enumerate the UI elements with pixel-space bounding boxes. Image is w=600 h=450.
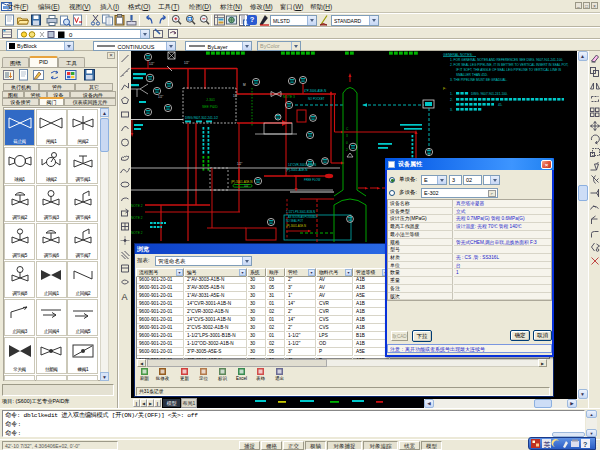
svg-text:0: 0 <box>69 32 73 38</box>
svg-text:NO POCKET: NO POCKET <box>308 97 325 101</box>
svg-text:(P)-3001-A5E-N: (P)-3001-A5E-N <box>231 180 253 184</box>
svg-text:DWG. 9607-901-241-100.: DWG. 9607-901-241-100. <box>471 92 508 96</box>
svg-text:1.: 1. <box>450 92 453 96</box>
svg-text:C: C <box>346 127 349 131</box>
svg-text:DWG.9607-302-241-1/2: DWG.9607-302-241-1/2 <box>185 116 218 120</box>
svg-text:3.: 3. <box>450 108 453 112</box>
svg-text:英: 英 <box>544 441 551 449</box>
svg-text:1/2": 1/2" <box>184 61 189 65</box>
svg-text:1/2": 1/2" <box>237 162 242 166</box>
svg-text:1/2": 1/2" <box>149 62 154 66</box>
svg-text:1/2": 1/2" <box>158 95 163 99</box>
svg-text:IF IT SOFT, THE ANGLE OF SEAL: IF IT SOFT, THE ANGLE OF SEAL LEG PIPELI… <box>456 68 561 72</box>
svg-text:(P)-3001-A5E-N: (P)-3001-A5E-N <box>286 168 308 172</box>
svg-text:GENERAL NOTES:: GENERAL NOTES: <box>443 53 473 57</box>
svg-text:M: M <box>243 83 246 87</box>
svg-text:A: A <box>122 292 128 302</box>
svg-text:SMALLER THAN 45D.: SMALLER THAN 45D. <box>456 73 488 77</box>
svg-text:2. FOR SEAL LEG PIPELINE, IT I: 2. FOR SEAL LEG PIPELINE, IT IS BETTER T… <box>450 63 569 67</box>
svg-text:1-1/2"LPS-3001-B1B-N: 1-1/2"LPS-3001-B1B-N <box>286 210 315 214</box>
svg-text:FREE FLOW: FREE FLOW <box>304 178 321 182</box>
svg-text:SEE P&ID: SEE P&ID <box>202 105 218 109</box>
svg-text:1. FOR GENERAL NOTES AND REFER: 1. FOR GENERAL NOTES AND REFERENCES SEE … <box>450 58 563 62</box>
svg-text:NOTE 2: NOTE 2 <box>131 204 143 208</box>
svg-text:(P)-3001-A5E-N: (P)-3001-A5E-N <box>286 224 306 228</box>
svg-text:?: ? <box>583 441 587 448</box>
svg-text:J-301: J-301 <box>206 98 215 102</box>
svg-text:4"P-3006-A5E-N: 4"P-3006-A5E-N <box>304 89 326 93</box>
svg-text:3: 3 <box>346 134 348 138</box>
svg-text:NOTE 2: NOTE 2 <box>131 216 143 220</box>
svg-text:0: 0 <box>346 141 348 145</box>
svg-text:NOTE 3: NOTE 3 <box>283 95 295 99</box>
svg-text:NO SEAL POT: NO SEAL POT <box>286 219 304 223</box>
svg-text:F:: F: <box>443 87 446 91</box>
svg-text:2.: 2. <box>450 98 453 102</box>
svg-text:NOTE 2: NOTE 2 <box>131 231 143 235</box>
svg-text:14"CVR-3001-A1B-N: 14"CVR-3001-A1B-N <box>288 163 316 167</box>
svg-text:45.: 45. <box>498 103 503 107</box>
svg-text:2: 2 <box>346 148 348 152</box>
svg-text:AS SOON AS POSSIBLE: AS SOON AS POSSIBLE <box>288 215 318 219</box>
svg-text:3. THE PIPELINE MUST BE GRADUA: 3. THE PIPELINE MUST BE GRADUAL. <box>450 78 507 82</box>
